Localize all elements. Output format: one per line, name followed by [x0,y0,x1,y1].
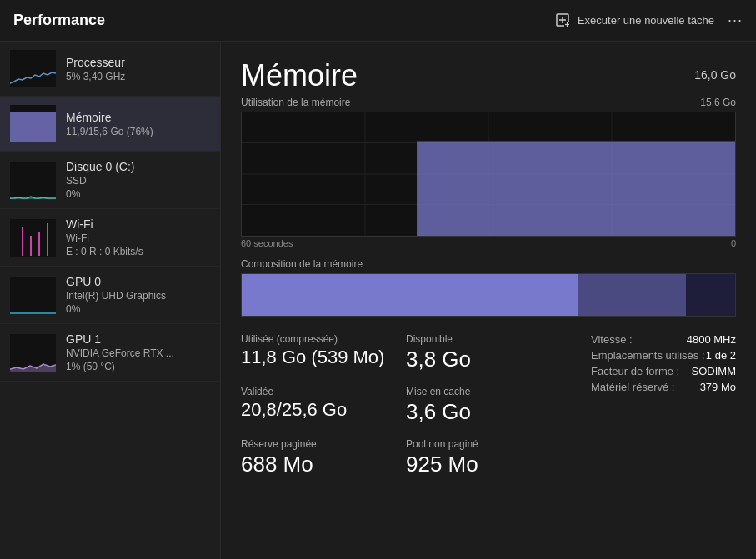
topbar-actions: Exécuter une nouvelle tâche ··· [556,12,743,29]
chart-time-right: 0 [731,238,736,248]
right-stats: Vitesse : 4800 MHz Emplacements utilisés… [571,330,736,481]
materiel-row: Matériel réservé : 379 Mo [591,381,736,393]
gpu0-sub2: 0% [66,303,210,315]
validee-value: 20,8/25,6 Go [241,399,406,421]
pool-value: 925 Mo [406,452,571,477]
topbar: Performance Exécuter une nouvelle tâche … [0,0,756,42]
comp-used [242,274,578,316]
reserve-value: 688 Mo [241,452,406,477]
facteur-val: SODIMM [692,365,736,377]
sidebar-item-memory[interactable]: Mémoire 11,9/15,6 Go (76%) [0,97,220,152]
more-button[interactable]: ··· [728,12,743,29]
mise-en-cache-value: 3,6 Go [406,399,571,425]
chart-label-row: Utilisation de la mémoire 15,6 Go [241,97,736,108]
memory-name: Mémoire [66,111,210,124]
emplacements-row: Emplacements utilisés : 1 de 2 [591,349,736,362]
svg-rect-16 [10,277,56,314]
stats-area: Utilisée (compressée) 11,8 Go (539 Mo) D… [241,330,736,481]
gpu1-sub1: NVIDIA GeForce RTX ... [66,347,210,359]
wifi-name: Wi-Fi [66,217,210,231]
memory-sub: 11,9/15,6 Go (76%) [66,126,210,137]
disponible-label: Disponible [406,333,571,345]
gpu0-sub1: Intel(R) UHD Graphics [66,290,210,302]
memory-thumb [10,105,56,142]
chart-time-left: 60 secondes [241,238,293,248]
chart-time-row: 60 secondes 0 [241,238,736,248]
wifi-thumb [10,219,56,257]
new-task-label: Exécuter une nouvelle tâche [578,14,714,27]
cpu-thumb [10,50,56,87]
sidebar-item-cpu[interactable]: Processeur 5% 3,40 GHz [0,42,220,97]
sidebar-item-wifi[interactable]: Wi-Fi Wi-Fi E : 0 R : 0 Kbits/s [0,209,220,267]
sidebar-item-gpu1[interactable]: GPU 1 NVIDIA GeForce RTX ... 1% (50 °C) [0,324,220,382]
content-title: Mémoire [241,58,358,93]
content-panel: Mémoire 16,0 Go Utilisation de la mémoir… [221,42,756,559]
materiel-val: 379 Mo [700,381,736,393]
disponible-value: 3,8 Go [406,347,571,372]
facteur-key: Facteur de forme : [591,365,679,377]
wifi-sub2: E : 0 R : 0 Kbits/s [66,246,210,257]
chart-svg [242,112,735,236]
disk-info: Disque 0 (C:) SSD 0% [66,160,210,200]
cpu-sub: 5% 3,40 GHz [66,71,210,82]
cpu-name: Processeur [66,56,210,69]
pool-label: Pool non paginé [406,438,571,450]
sidebar-item-gpu0[interactable]: GPU 0 Intel(R) UHD Graphics 0% [0,267,220,324]
sidebar-item-disk[interactable]: Disque 0 (C:) SSD 0% [0,152,220,209]
reserve-label: Réserve paginée [241,438,406,450]
memory-chart [241,112,736,237]
svg-rect-11 [10,219,56,257]
stat-validee: Validée 20,8/25,6 Go [241,382,406,428]
memory-info: Mémoire 11,9/15,6 Go (76%) [66,111,210,137]
content-header: Mémoire 16,0 Go [241,58,736,93]
stat-pool: Pool non paginé 925 Mo [406,435,571,481]
svg-rect-8 [10,112,56,142]
stats-row-3: Réserve paginée 688 Mo Pool non paginé 9… [241,435,571,481]
new-task-button[interactable]: Exécuter une nouvelle tâche [556,13,714,28]
usage-chart-section: Utilisation de la mémoire 15,6 Go [241,97,736,248]
left-stats: Utilisée (compressée) 11,8 Go (539 Mo) D… [241,330,571,481]
svg-rect-6 [10,50,56,87]
stat-disponible: Disponible 3,8 Go [406,330,571,376]
materiel-key: Matériel réservé : [591,381,674,393]
comp-free [686,274,735,316]
gpu0-info: GPU 0 Intel(R) UHD Graphics 0% [66,275,210,315]
stats-row-1: Utilisée (compressée) 11,8 Go (539 Mo) D… [241,330,571,376]
vitesse-val: 4800 MHz [687,333,736,346]
chart-label: Utilisation de la mémoire [241,97,350,108]
sidebar: Processeur 5% 3,40 GHz Mémoire 11,9/15,6… [0,42,221,559]
vitesse-key: Vitesse : [591,333,633,346]
gpu1-sub2: 1% (50 °C) [66,361,210,372]
validee-label: Validée [241,386,406,397]
gpu1-thumb [10,334,56,372]
vitesse-row: Vitesse : 4800 MHz [591,333,736,346]
emplacements-key: Emplacements utilisés : [591,349,705,362]
facteur-row: Facteur de forme : SODIMM [591,365,736,377]
disk-name: Disque 0 (C:) [66,160,210,173]
composition-label: Composition de la mémoire [241,258,736,270]
composition-section: Composition de la mémoire [241,258,736,317]
mise-en-cache-label: Mise en cache [406,386,571,397]
stat-reserve: Réserve paginée 688 Mo [241,435,406,481]
wifi-sub1: Wi-Fi [66,232,210,244]
stats-row-2: Validée 20,8/25,6 Go Mise en cache 3,6 G… [241,382,571,428]
main-layout: Processeur 5% 3,40 GHz Mémoire 11,9/15,6… [0,42,756,559]
content-total: 16,0 Go [694,68,736,82]
stat-utilisee: Utilisée (compressée) 11,8 Go (539 Mo) [241,330,406,376]
comp-cached [578,274,686,316]
svg-rect-9 [10,162,56,199]
emplacements-val: 1 de 2 [706,349,736,362]
composition-bar [241,273,736,317]
disk-sub2: 0% [66,188,210,200]
utilisee-value: 11,8 Go (539 Mo) [241,347,406,368]
cpu-info: Processeur 5% 3,40 GHz [66,56,210,82]
app-title: Performance [13,12,105,29]
gpu0-thumb [10,277,56,314]
utilisee-label: Utilisée (compressée) [241,333,406,345]
new-task-icon [556,13,571,28]
chart-value-label: 15,6 Go [700,97,736,108]
wifi-info: Wi-Fi Wi-Fi E : 0 R : 0 Kbits/s [66,217,210,257]
gpu1-name: GPU 1 [66,332,210,346]
gpu0-name: GPU 0 [66,275,210,288]
stat-mise-en-cache: Mise en cache 3,6 Go [406,382,571,428]
